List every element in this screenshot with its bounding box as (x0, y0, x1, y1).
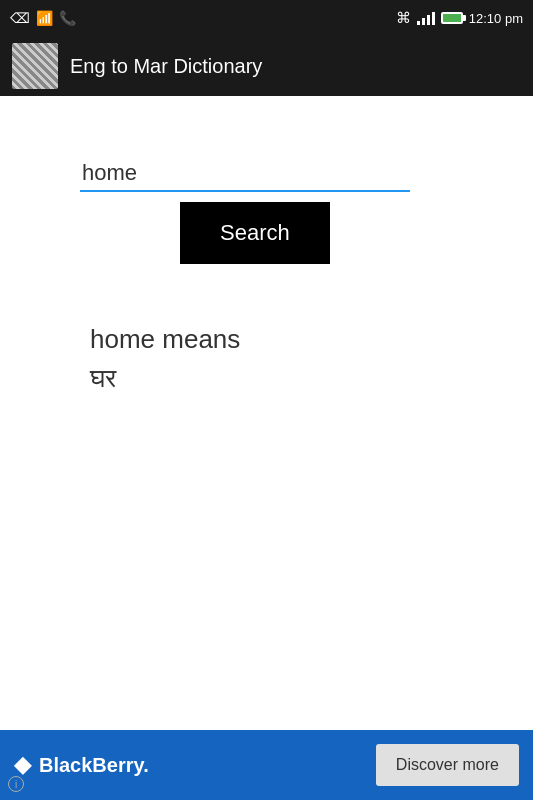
discover-more-button[interactable]: Discover more (376, 744, 519, 786)
status-icons: ⌫ 📶 📞 (10, 10, 76, 26)
brand-name: BlackBerry. (39, 754, 149, 777)
search-input-container (80, 156, 473, 192)
blackberry-logo: ◆ BlackBerry. (14, 752, 149, 778)
status-right-area: ⌘ 12:10 pm (396, 9, 523, 27)
signal-bars (417, 11, 435, 25)
app-header: Eng to Mar Dictionary (0, 36, 533, 96)
bottom-ad-bar: ◆ BlackBerry. Discover more i (0, 730, 533, 800)
battery-icon (441, 12, 463, 24)
result-title: home means (90, 324, 240, 355)
status-bar: ⌫ 📶 📞 ⌘ 12:10 pm (0, 0, 533, 36)
search-input[interactable] (80, 156, 410, 192)
app-title: Eng to Mar Dictionary (70, 55, 262, 78)
info-icon[interactable]: i (8, 776, 24, 792)
bb-logo-icon: ◆ (14, 752, 31, 778)
main-content: Search home means घर (0, 96, 533, 730)
wifi-icon: ⌘ (396, 9, 411, 27)
phone-icon: 📞 (59, 10, 76, 26)
app-icon (12, 43, 58, 89)
sim-icon: 📶 (36, 10, 53, 26)
search-button[interactable]: Search (180, 202, 330, 264)
usb-icon: ⌫ (10, 10, 30, 26)
result-area: home means घर (80, 324, 240, 394)
result-translation: घर (90, 363, 240, 394)
clock: 12:10 pm (469, 11, 523, 26)
